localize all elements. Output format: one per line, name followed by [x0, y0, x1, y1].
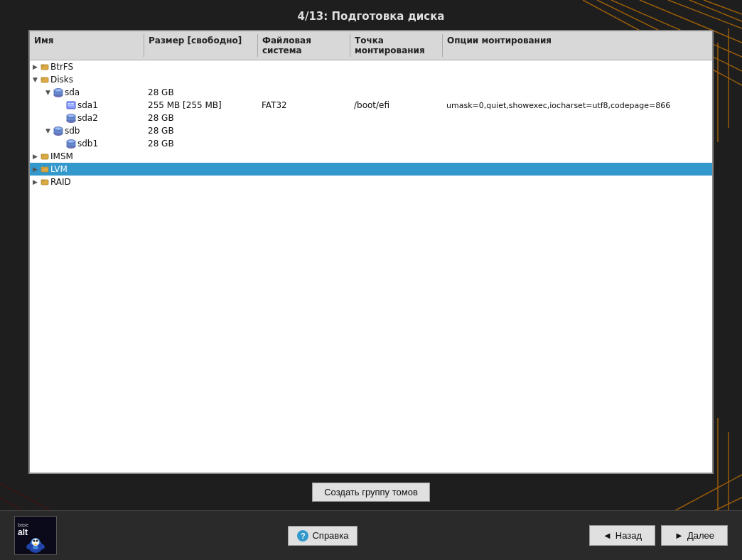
svg-text:alt: alt: [18, 527, 28, 537]
content-panel: Имя Размер [свободно] Файловая система Т…: [28, 30, 714, 474]
expand-arrow[interactable]: ▶: [33, 166, 40, 173]
row-name-label: BtrFS: [50, 62, 73, 72]
table-header: Имя Размер [свободно] Файловая система Т…: [30, 31, 712, 60]
row-name-label: RAID: [50, 177, 71, 187]
col-header-name: Имя: [30, 34, 144, 57]
row-name-label: sda1: [77, 100, 98, 110]
create-group-button[interactable]: Создать группу томов: [312, 483, 430, 502]
next-arrow-icon: ►: [674, 530, 684, 541]
row-name-label: Disks: [50, 75, 73, 85]
back-label: Назад: [615, 530, 642, 541]
help-label: Справка: [312, 530, 348, 541]
svg-text:base: base: [18, 522, 28, 527]
svg-rect-27: [68, 103, 70, 104]
svg-point-33: [69, 115, 73, 117]
expand-arrow[interactable]: ▼: [33, 76, 40, 83]
svg-point-41: [69, 141, 73, 142]
next-button[interactable]: ► Далее: [661, 525, 728, 546]
tree-row-disks[interactable]: ▼ Disks: [30, 73, 712, 86]
back-arrow-icon: ◄: [603, 530, 612, 541]
row-mount-sda1: /boot/efi: [350, 100, 442, 110]
row-name-label: LVM: [50, 164, 68, 174]
row-name-label: IMSM: [50, 151, 73, 161]
expand-arrow[interactable]: ▶: [33, 153, 40, 160]
expand-arrow[interactable]: ▼: [45, 127, 53, 134]
expand-arrow[interactable]: ▶: [33, 63, 40, 70]
svg-point-52: [36, 540, 38, 542]
action-area: Создать группу томов: [0, 474, 742, 510]
footer: base alt ? Справка: [0, 510, 742, 560]
col-header-options: Опции монтирования: [442, 34, 712, 57]
logo-area: base alt: [14, 516, 57, 555]
logo-box: base alt: [14, 516, 57, 555]
title-text: 4/13: Подготовка диска: [298, 10, 445, 23]
tree-row-raid[interactable]: ▶ RAID: [30, 176, 712, 188]
row-name-label: sda: [65, 87, 80, 97]
disk-tree: ▶ BtrFS▼ Disks▼ sda28 GB sda1255 MB [255…: [30, 60, 712, 473]
svg-point-37: [56, 128, 60, 129]
row-size-sdb1: 28 GB: [144, 139, 257, 149]
tree-row-sda[interactable]: ▼ sda28 GB: [30, 86, 712, 99]
row-options-sda1: umask=0,quiet,showexec,iocharset=utf8,co…: [442, 101, 712, 110]
svg-rect-28: [71, 103, 74, 104]
row-size-sda2: 28 GB: [144, 113, 257, 123]
page-title: 4/13: Подготовка диска: [0, 0, 742, 30]
svg-point-51: [33, 540, 36, 542]
row-size-sda1: 255 MB [255 MB]: [144, 100, 257, 110]
tree-row-btrfs[interactable]: ▶ BtrFS: [30, 60, 712, 73]
row-size-sda: 28 GB: [144, 87, 257, 97]
nav-buttons: ◄ Назад ► Далее: [589, 525, 728, 546]
tree-row-sdb[interactable]: ▼ sdb28 GB: [30, 124, 712, 137]
tree-row-imsm[interactable]: ▶ IMSM: [30, 150, 712, 163]
row-fs-sda1: FAT32: [257, 100, 350, 110]
expand-arrow[interactable]: ▼: [45, 89, 53, 96]
row-name-label: sda2: [77, 113, 98, 123]
help-button[interactable]: ? Справка: [288, 526, 357, 546]
tree-row-sda2[interactable]: sda228 GB: [30, 112, 712, 124]
next-label: Далее: [687, 530, 714, 541]
help-area: ? Справка: [288, 526, 357, 546]
row-size-sdb: 28 GB: [144, 126, 257, 136]
col-header-fs: Файловая система: [257, 34, 350, 57]
svg-rect-29: [68, 105, 75, 107]
col-header-mount: Точка монтирования: [350, 34, 442, 57]
svg-point-25: [56, 90, 60, 91]
tree-row-sda1[interactable]: sda1255 MB [255 MB]FAT32/boot/efiumask=0…: [30, 99, 712, 112]
help-icon: ?: [297, 530, 308, 542]
back-button[interactable]: ◄ Назад: [589, 525, 655, 546]
row-name-label: sdb: [65, 126, 80, 136]
tree-row-sdb1[interactable]: sdb128 GB: [30, 137, 712, 150]
tree-row-lvm[interactable]: ▶ LVM: [30, 163, 712, 176]
col-header-size: Размер [свободно]: [144, 34, 257, 57]
row-name-label: sdb1: [77, 139, 98, 149]
expand-arrow[interactable]: ▶: [33, 178, 40, 185]
